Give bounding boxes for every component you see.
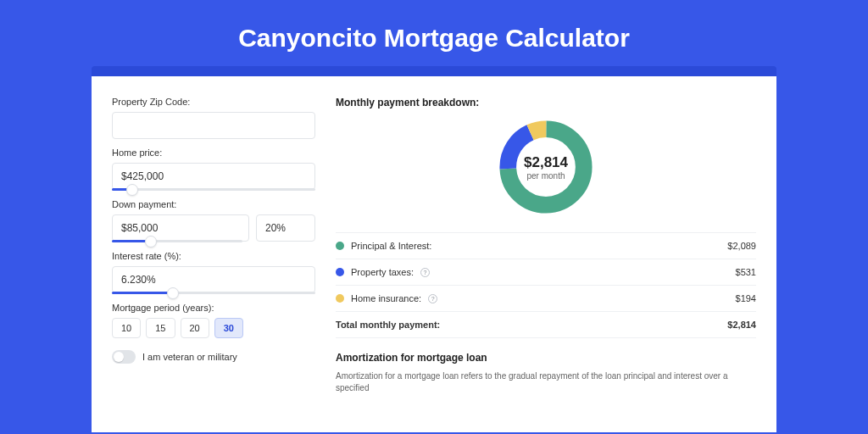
down-payment-field: Down payment: — [112, 199, 315, 242]
down-payment-pct-input[interactable] — [256, 214, 315, 242]
zip-field: Property Zip Code: — [112, 97, 315, 139]
home-price-slider[interactable] — [112, 188, 315, 191]
legend-insurance: Home insurance: ? $194 — [336, 286, 756, 312]
interest-label: Interest rate (%): — [112, 251, 315, 261]
down-payment-slider[interactable] — [112, 240, 242, 242]
home-price-label: Home price: — [112, 147, 315, 158]
toggle-knob — [114, 352, 124, 362]
results-column: Monthly payment breakdown: $2,814 per mo… — [336, 97, 756, 432]
legend-value: $2,089 — [727, 241, 756, 251]
form-column: Property Zip Code: Home price: Down paym… — [112, 97, 315, 432]
dot-icon — [336, 242, 344, 250]
interest-input[interactable] — [112, 266, 315, 293]
donut-center: $2,814 per month — [496, 117, 596, 217]
legend-taxes: Property taxes: ? $531 — [336, 259, 756, 286]
legend-label: Principal & Interest: — [351, 241, 431, 251]
down-payment-label: Down payment: — [112, 199, 315, 209]
dot-icon — [336, 268, 344, 276]
donut-caption: per month — [526, 171, 565, 181]
period-btn-20[interactable]: 20 — [181, 318, 209, 338]
info-icon[interactable]: ? — [420, 268, 430, 277]
slider-thumb[interactable] — [145, 236, 157, 248]
slider-thumb[interactable] — [167, 287, 179, 299]
donut-wrap: $2,814 per month — [336, 117, 756, 217]
calculator-card: Property Zip Code: Home price: Down paym… — [92, 76, 776, 432]
donut-amount: $2,814 — [524, 154, 568, 171]
amortization-title: Amortization for mortgage loan — [336, 352, 756, 364]
legend-total-label: Total monthly payment: — [336, 320, 440, 330]
legend-label: Home insurance: — [351, 293, 421, 303]
legend-label: Property taxes: — [351, 267, 414, 277]
dot-icon — [336, 294, 344, 303]
amortization-text: Amortization for a mortgage loan refers … — [336, 370, 756, 394]
legend-total-value: $2,814 — [727, 320, 756, 330]
donut-chart: $2,814 per month — [496, 117, 596, 217]
info-icon[interactable]: ? — [428, 294, 437, 303]
period-btn-15[interactable]: 15 — [146, 318, 175, 338]
veteran-toggle[interactable] — [112, 350, 136, 364]
interest-slider[interactable] — [112, 292, 315, 294]
legend-value: $194 — [736, 293, 756, 303]
zip-label: Property Zip Code: — [112, 97, 315, 107]
veteran-label: I am veteran or military — [142, 352, 237, 362]
legend: Principal & Interest: $2,089 Property ta… — [336, 232, 756, 338]
legend-principal: Principal & Interest: $2,089 — [336, 233, 756, 259]
period-field: Mortgage period (years): 10 15 20 30 — [112, 303, 315, 338]
period-btn-10[interactable]: 10 — [112, 318, 141, 338]
page-title: Canyoncito Mortgage Calculator — [0, 0, 868, 66]
home-price-input[interactable] — [112, 163, 315, 190]
period-label: Mortgage period (years): — [112, 303, 315, 313]
period-btn-30[interactable]: 30 — [214, 318, 243, 338]
slider-thumb[interactable] — [126, 184, 138, 196]
interest-field: Interest rate (%): — [112, 251, 315, 294]
home-price-field: Home price: — [112, 147, 315, 191]
down-payment-input[interactable] — [112, 214, 249, 242]
legend-total: Total monthly payment: $2,814 — [336, 312, 756, 338]
veteran-toggle-row: I am veteran or military — [112, 350, 315, 364]
legend-value: $531 — [736, 267, 756, 277]
period-options: 10 15 20 30 — [112, 318, 315, 338]
inner-banner — [92, 66, 776, 76]
breakdown-title: Monthly payment breakdown: — [336, 97, 756, 108]
zip-input[interactable] — [112, 112, 315, 139]
